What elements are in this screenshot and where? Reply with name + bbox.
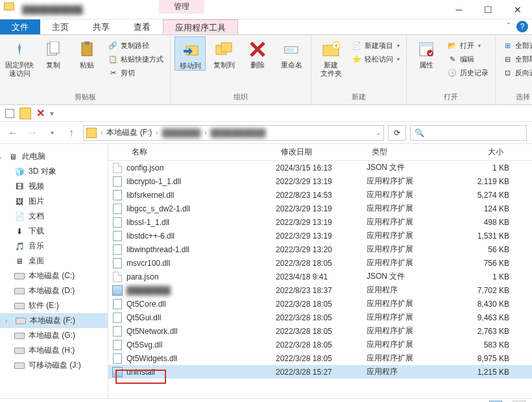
library-icon: 🖼 (14, 196, 25, 207)
tab-app-tools[interactable]: 应用程序工具 (163, 19, 238, 34)
file-row[interactable]: uninstall2022/3/28 15:27应用程序1,215 KB (108, 365, 532, 379)
file-row[interactable]: msvcr100.dll2022/3/28 18:05应用程序扩展756 KB (108, 256, 532, 270)
sidebar-item[interactable]: 可移动磁盘 (J:) (0, 358, 108, 373)
sidebar-item[interactable]: 本地磁盘 (C:) (0, 268, 108, 283)
sidebar-item[interactable]: ›本地磁盘 (F:) (0, 313, 108, 328)
back-button[interactable]: ← (5, 125, 21, 141)
file-row[interactable]: libwinpthread-1.dll2022/3/29 13:20应用程序扩展… (108, 242, 532, 256)
tree-collapse-icon[interactable]: ⌄ (0, 153, 4, 160)
invert-selection-button[interactable]: ⊡反向选择 (500, 66, 532, 79)
file-icon (113, 163, 122, 173)
sidebar-item[interactable]: 🎵音乐 (0, 239, 108, 254)
sidebar-item[interactable]: 本地磁盘 (G:) (0, 328, 108, 343)
column-date[interactable]: 修改日期 (276, 147, 367, 158)
file-row[interactable]: ████████2022/8/23 18:37应用程序7,702 KB (108, 283, 532, 297)
file-row[interactable]: libfsrkernel.dll2022/8/23 14:53应用程序扩展5,2… (108, 188, 532, 202)
file-date: 2022/3/28 18:05 (276, 340, 367, 349)
file-row[interactable]: Qt5Core.dll2022/3/28 18:05应用程序扩展8,430 KB (108, 297, 532, 311)
copy-button[interactable]: 复制 (38, 36, 69, 69)
copy-to-button[interactable]: 复制到 (208, 36, 239, 69)
chevron-right-icon[interactable]: › (156, 129, 158, 136)
delete-x-icon[interactable]: ✕ (36, 107, 45, 119)
qat-dropdown-icon[interactable]: ▾ (50, 109, 54, 118)
cut-button[interactable]: ✂剪切 (105, 66, 166, 79)
column-type[interactable]: 类型 (367, 147, 451, 158)
address-bar[interactable]: › 本地磁盘 (F:) › ███████ › ██████████ ⌄ (83, 125, 384, 141)
sidebar-item[interactable]: 🎞视频 (0, 179, 108, 194)
new-folder-button[interactable]: ✦ 新建 文件夹 (315, 36, 346, 78)
move-to-button[interactable]: 移动到 (175, 36, 206, 71)
file-row[interactable]: Qt5Gui.dll2022/3/28 18:05应用程序扩展9,463 KB (108, 311, 532, 324)
sidebar-item[interactable]: 🧊3D 对象 (0, 164, 108, 179)
ribbon-tabbar: 文件 主页 共享 查看 应用程序工具 ˇ ? (0, 19, 532, 35)
select-all-button[interactable]: ⊞全部选择 (500, 39, 532, 52)
tab-share[interactable]: 共享 (81, 19, 122, 34)
sidebar-item[interactable]: ⬇下载 (0, 224, 108, 239)
edit-button[interactable]: ✎编辑 (444, 53, 491, 65)
file-size: 7,702 KB (451, 286, 509, 295)
properties-button[interactable]: 属性 (411, 36, 442, 69)
chevron-right-icon[interactable]: › (101, 129, 103, 136)
file-date: 2022/3/28 15:27 (276, 368, 367, 377)
address-dropdown-icon[interactable]: ⌄ (376, 129, 381, 136)
sidebar-item[interactable]: 本地磁盘 (H:) (0, 343, 108, 358)
open-button[interactable]: 📂打开▾ (444, 39, 491, 52)
file-row[interactable]: para.json2023/4/18 9:41JSON 文件1 KB (108, 270, 532, 283)
breadcrumb-segment[interactable]: 本地磁盘 (F:) (106, 127, 152, 138)
manage-contextual-tab[interactable]: 管理 (159, 0, 204, 14)
drive-icon (14, 271, 25, 281)
ribbon-collapse-icon[interactable]: ˇ (507, 22, 510, 31)
minimize-button[interactable]: ─ (444, 0, 474, 19)
column-size[interactable]: 大小 (451, 147, 509, 158)
tab-home[interactable]: 主页 (40, 19, 81, 34)
file-row[interactable]: Qt5Widgets.dll2022/3/28 18:05应用程序扩展8,975… (108, 351, 532, 365)
rename-button[interactable]: 重命名 (276, 36, 307, 69)
delete-button[interactable]: 删除 (242, 36, 273, 69)
file-row[interactable]: libssl-1_1.dll2022/3/29 13:19应用程序扩展498 K… (108, 215, 532, 229)
up-button[interactable]: ↑ (64, 125, 79, 141)
sidebar-item[interactable]: 🖥桌面 (0, 254, 108, 268)
sidebar-item[interactable]: 软件 (E:) (0, 298, 108, 313)
sidebar-item[interactable]: 📄文档 (0, 209, 108, 224)
paste-shortcut-button[interactable]: 📋粘贴快捷方式 (105, 53, 166, 65)
sidebar-item-label: 音乐 (29, 241, 44, 252)
file-row[interactable]: config.json2024/3/15 16:13JSON 文件1 KB (108, 161, 532, 174)
help-icon[interactable]: ? (516, 21, 528, 32)
breadcrumb-segment[interactable]: ███████ (162, 128, 201, 137)
column-name[interactable]: 名称 (127, 147, 276, 158)
file-size: 1 KB (451, 272, 509, 281)
paste-button[interactable]: 粘贴 (71, 36, 103, 69)
tab-view[interactable]: 查看 (122, 19, 163, 34)
select-none-button[interactable]: ⊟全部取消 (500, 53, 532, 65)
new-item-button[interactable]: 📄新建项目▾ (349, 39, 402, 52)
recent-dropdown[interactable]: ▾ (44, 125, 60, 141)
file-type: 应用程序扩展 (367, 353, 451, 364)
select-checkbox[interactable] (5, 109, 14, 118)
maximize-button[interactable]: ☐ (474, 0, 503, 19)
tab-file[interactable]: 文件 (0, 19, 40, 34)
file-type: 应用程序扩展 (367, 325, 451, 337)
file-row[interactable]: Qt5Network.dll2022/3/28 18:05应用程序扩展2,763… (108, 324, 532, 338)
breadcrumb-segment[interactable]: ██████████ (211, 128, 266, 137)
easy-access-button[interactable]: ⭐轻松访问▾ (349, 53, 402, 65)
file-row[interactable]: libstdc++-6.dll2022/3/29 13:19应用程序扩展1,53… (108, 229, 532, 242)
file-icon (113, 272, 122, 282)
file-size: 9,463 KB (451, 313, 509, 322)
search-input[interactable]: 🔍 (410, 125, 527, 141)
drive-icon (14, 361, 25, 371)
tree-expand-icon[interactable]: › (5, 317, 12, 324)
copy-path-button[interactable]: 🔗复制路径 (105, 39, 166, 52)
pin-to-quick-access-button[interactable]: 固定到快 速访问 (4, 36, 35, 78)
refresh-button[interactable]: ⟳ (388, 125, 406, 141)
sidebar: ⌄ 🖥 此电脑 🧊3D 对象🎞视频🖼图片📄文档⬇下载🎵音乐🖥桌面本地磁盘 (C:… (0, 144, 108, 398)
forward-button[interactable]: → (25, 125, 40, 141)
sidebar-item[interactable]: 🖼图片 (0, 194, 108, 209)
sidebar-item[interactable]: 本地磁盘 (D:) (0, 283, 108, 298)
file-row[interactable]: libgcc_s_dw2-1.dll2022/3/29 13:19应用程序扩展1… (108, 202, 532, 215)
file-row[interactable]: libcrypto-1_1.dll2022/3/29 13:19应用程序扩展2,… (108, 174, 532, 188)
sidebar-this-pc[interactable]: ⌄ 🖥 此电脑 (0, 149, 108, 164)
chevron-right-icon[interactable]: › (204, 129, 206, 136)
file-row[interactable]: Qt5Svg.dll2022/3/28 18:05应用程序扩展583 KB (108, 338, 532, 351)
close-button[interactable]: ✕ (503, 0, 532, 19)
history-button[interactable]: 🕓历史记录 (444, 66, 491, 79)
